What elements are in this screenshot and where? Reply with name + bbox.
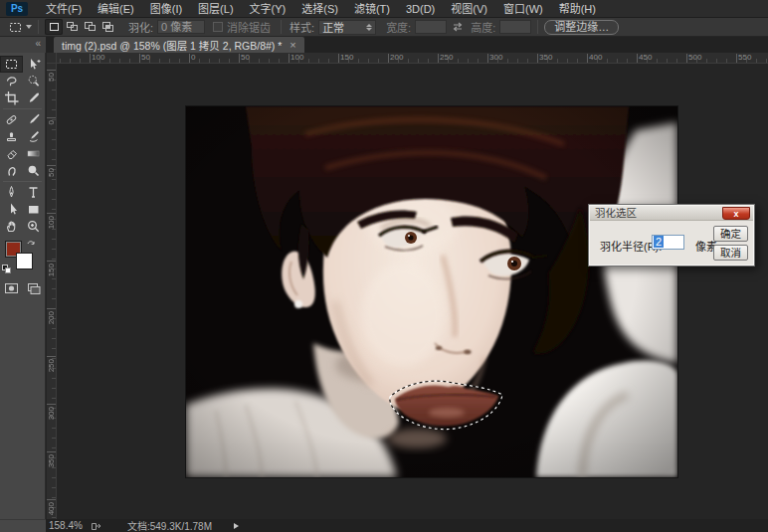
dialog-close-button[interactable]: x bbox=[722, 207, 750, 220]
menu-item[interactable]: 图像(I) bbox=[142, 0, 190, 18]
menu-item[interactable]: 选择(S) bbox=[293, 0, 346, 18]
horizontal-ruler[interactable]: 10050050100150200250300350400450500550 bbox=[57, 53, 768, 64]
tool-hand[interactable] bbox=[0, 218, 23, 235]
dodge-icon bbox=[26, 163, 41, 178]
smudge-icon bbox=[4, 163, 19, 178]
ruler-tick: 250 bbox=[47, 356, 56, 357]
tool-shape[interactable] bbox=[23, 201, 46, 218]
menu-item[interactable]: 图层(L) bbox=[190, 0, 241, 18]
default-colors-icon[interactable] bbox=[2, 265, 12, 274]
ruler-tick: 300 bbox=[47, 404, 56, 405]
selected-text: 2 bbox=[654, 236, 664, 248]
zoom-icon bbox=[26, 219, 41, 234]
rectangular-marquee-icon bbox=[4, 57, 19, 72]
ruler-tick: 550 bbox=[736, 54, 737, 63]
tool-path-selection[interactable] bbox=[0, 201, 23, 218]
style-dropdown[interactable]: 正常 bbox=[318, 20, 376, 35]
menu-item[interactable]: 滤镜(T) bbox=[346, 0, 398, 18]
rectangle-shape-icon bbox=[26, 202, 41, 217]
refine-edge-button[interactable]: 调整边缘… bbox=[544, 20, 619, 35]
width-input[interactable] bbox=[415, 20, 447, 34]
ruler-origin-corner[interactable] bbox=[47, 53, 57, 64]
tool-history-brush[interactable] bbox=[23, 128, 46, 145]
menu-item[interactable]: 文件(F) bbox=[38, 0, 90, 18]
tool-pen[interactable] bbox=[0, 184, 23, 201]
ruler-tick: 200 bbox=[388, 54, 389, 63]
tool-smudge[interactable] bbox=[0, 162, 23, 179]
screen-mode-icon[interactable] bbox=[26, 282, 41, 294]
tool-clone-stamp[interactable] bbox=[0, 128, 23, 145]
subtract-from-selection-mode-button[interactable] bbox=[81, 19, 98, 35]
tool-brush[interactable] bbox=[23, 111, 46, 128]
ruler-tick: 100 bbox=[90, 54, 91, 63]
close-tab-icon[interactable]: × bbox=[289, 40, 295, 50]
ruler-tick: 50 bbox=[47, 165, 56, 166]
quick-mask-mode-icon[interactable] bbox=[4, 282, 19, 294]
antialias-checkbox[interactable] bbox=[213, 22, 223, 32]
separator bbox=[38, 20, 39, 34]
intersect-selection-mode-button[interactable] bbox=[98, 19, 116, 35]
tools-panel bbox=[0, 53, 46, 519]
tool-eyedropper[interactable] bbox=[23, 89, 46, 106]
tool-zoom[interactable] bbox=[23, 218, 46, 235]
swap-dimensions-icon[interactable] bbox=[451, 21, 465, 33]
marquee-preset-icon bbox=[8, 20, 23, 35]
tool-options-bar: 羽化: 0 像素 消除锯齿 样式: 正常 宽度: 高度: 调整边缘… bbox=[0, 18, 768, 37]
add-to-selection-mode-button[interactable] bbox=[63, 19, 81, 35]
menu-item[interactable]: 窗口(W) bbox=[495, 0, 551, 18]
color-swatches bbox=[0, 239, 45, 276]
path-selection-icon bbox=[4, 202, 19, 217]
separator bbox=[3, 108, 42, 109]
feather-radius-input[interactable]: 2 bbox=[652, 235, 684, 250]
background-color-swatch[interactable] bbox=[16, 253, 33, 269]
new-selection-mode-button[interactable] bbox=[45, 19, 63, 35]
swap-colors-icon[interactable] bbox=[27, 239, 37, 249]
menu-item[interactable]: 视图(V) bbox=[443, 0, 495, 18]
history-brush-icon bbox=[26, 129, 41, 144]
pen-icon bbox=[4, 185, 19, 200]
menu-item[interactable]: 文字(Y) bbox=[242, 0, 294, 18]
cancel-button[interactable]: 取消 bbox=[713, 245, 748, 261]
tool-move[interactable] bbox=[23, 56, 46, 73]
separator bbox=[281, 20, 282, 34]
menu-item[interactable]: 3D(D) bbox=[398, 0, 443, 18]
intersect-selection-icon bbox=[101, 21, 114, 33]
add-selection-icon bbox=[66, 21, 79, 33]
document-size-info[interactable]: 文档:549.3K/1.78M bbox=[127, 518, 212, 532]
status-bar: 158.4% 文档:549.3K/1.78M bbox=[0, 519, 768, 532]
menu-item[interactable]: 帮助(H) bbox=[551, 0, 604, 18]
document-tab[interactable]: timg (2).psd @ 158% (图层 1 拷贝 2, RGB/8#) … bbox=[54, 37, 304, 53]
feather-label: 羽化: bbox=[128, 19, 153, 35]
menu-items: 文件(F)编辑(E)图像(I)图层(L)文字(Y)选择(S)滤镜(T)3D(D)… bbox=[38, 0, 604, 18]
lasso-icon bbox=[4, 74, 19, 89]
tool-eraser[interactable] bbox=[0, 145, 23, 162]
ruler-tick: 100 bbox=[288, 54, 289, 63]
ok-button[interactable]: 确定 bbox=[713, 226, 748, 242]
menu-item[interactable]: 编辑(E) bbox=[90, 0, 142, 18]
height-input[interactable] bbox=[499, 20, 531, 34]
vertical-ruler[interactable]: 50050100150200250300350400 bbox=[47, 64, 57, 519]
subtract-selection-icon bbox=[84, 21, 96, 33]
tool-lasso[interactable] bbox=[0, 73, 23, 89]
tool-preset-picker[interactable] bbox=[8, 20, 32, 35]
status-menu-arrow-icon[interactable] bbox=[234, 523, 239, 529]
portrait-photo bbox=[186, 106, 677, 477]
tool-gradient[interactable] bbox=[23, 145, 46, 162]
ruler-tick: 450 bbox=[637, 54, 638, 63]
tool-crop[interactable] bbox=[0, 89, 23, 106]
ruler-tick: 350 bbox=[47, 451, 56, 452]
tool-spot-healing-brush[interactable] bbox=[0, 111, 23, 128]
tool-rectangular-marquee[interactable] bbox=[0, 56, 23, 73]
tool-quick-selection[interactable] bbox=[23, 73, 46, 89]
status-bar-corner bbox=[0, 519, 46, 532]
ruler-tick: 50 bbox=[239, 54, 240, 63]
ruler-tick: 150 bbox=[338, 54, 339, 63]
chevron-down-icon bbox=[26, 25, 32, 29]
zoom-level-field[interactable]: 158.4% bbox=[49, 520, 83, 531]
hand-icon bbox=[4, 219, 19, 234]
tool-dodge[interactable] bbox=[23, 162, 46, 179]
feather-input[interactable]: 0 像素 bbox=[157, 20, 205, 34]
collapse-tool-panel-chevron[interactable]: « bbox=[0, 37, 46, 53]
document-canvas[interactable] bbox=[186, 106, 677, 477]
tool-type[interactable] bbox=[23, 184, 46, 201]
